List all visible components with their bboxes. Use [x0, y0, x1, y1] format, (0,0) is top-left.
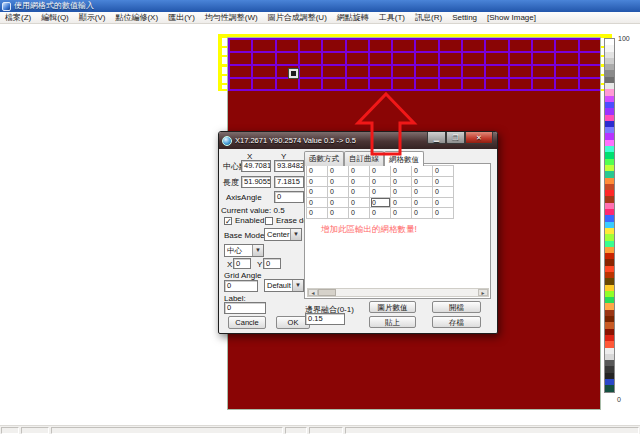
grid-cell[interactable]: 0	[370, 197, 391, 208]
grid-angle-field[interactable]: 0	[224, 280, 258, 292]
paste-button[interactable]: 貼上	[369, 316, 416, 328]
grid-cell[interactable]: 0	[307, 166, 328, 177]
grid-cell[interactable]: 0	[328, 208, 349, 219]
screen: 使用網格式的數值輸入 檔案(Z)編輯(Q)顯示(V)點位編修(X)匯出(Y)均勻…	[0, 0, 640, 434]
grid-cell[interactable]: 0	[349, 187, 370, 198]
grid-cell[interactable]: 0	[412, 208, 433, 219]
x-offset-field[interactable]: 0	[233, 258, 251, 269]
menu-item-11[interactable]: [Show Image]	[482, 12, 541, 23]
grid-cell[interactable]: 0	[370, 166, 391, 177]
tab-1[interactable]: 自訂曲線	[344, 151, 384, 166]
grid-cell[interactable]: 0	[370, 176, 391, 187]
grid-cell[interactable]: 0	[328, 166, 349, 177]
grid-angle-mode-select[interactable]: Default ▼	[264, 279, 304, 292]
grid-cell[interactable]: 0	[370, 187, 391, 198]
grid-cell[interactable]: 0	[307, 197, 328, 208]
menu-item-0[interactable]: 檔案(Z)	[0, 12, 36, 23]
palette-band	[605, 385, 614, 391]
grid-cell[interactable]: 0	[391, 176, 412, 187]
center-x-field[interactable]: 49.7081	[241, 160, 271, 172]
tab-0[interactable]: 函數方式	[304, 151, 344, 166]
grid-cell[interactable]: 0	[307, 187, 328, 198]
grid-cell[interactable]: 0	[328, 187, 349, 198]
grid-cell[interactable]: 0	[391, 187, 412, 198]
grid-cell[interactable]: 0	[412, 166, 433, 177]
grid-cell[interactable]: 0	[391, 197, 412, 208]
base-mode-select[interactable]: Center ▼	[264, 228, 302, 241]
maximize-icon[interactable]: ❐	[446, 132, 465, 144]
statusbar-panel	[1, 427, 19, 434]
grid-cell[interactable]: 0	[412, 197, 433, 208]
grid-cell[interactable]: 0	[349, 176, 370, 187]
menu-item-8[interactable]: 工具(T)	[374, 12, 410, 23]
anchor-select[interactable]: 中心 ▼	[224, 244, 264, 257]
image-values-button[interactable]: 圖片數值	[369, 301, 416, 313]
length-y-field[interactable]: 7.1815	[274, 176, 304, 188]
grid-cell[interactable]: 0	[349, 208, 370, 219]
grid-value-dialog: X17.2671 Y90.2574 Value 0.5 -> 0.5 ▁ ❐ ✕…	[218, 131, 498, 334]
grid-cell[interactable]: 0	[307, 176, 328, 187]
horizontal-scrollbar[interactable]: ◄ ►	[307, 288, 489, 297]
menu-item-6[interactable]: 圖片合成調整(U)	[263, 12, 332, 23]
minimize-icon[interactable]: ▁	[427, 132, 446, 144]
grid-cell[interactable]: 0	[328, 197, 349, 208]
center-y-field[interactable]: 93.8482	[274, 160, 304, 172]
grid-cell[interactable]: 0	[349, 197, 370, 208]
save-file-button[interactable]: 存檔	[432, 316, 481, 328]
checkbox-check-icon: ✓	[224, 217, 232, 225]
palette-max-label: 100	[618, 35, 630, 42]
grid-cell[interactable]: 0	[433, 176, 454, 187]
menu-item-10[interactable]: Setting	[447, 12, 482, 23]
grid-cell[interactable]: 0	[391, 166, 412, 177]
status-bar	[0, 425, 640, 434]
grid-cell[interactable]: 0	[433, 166, 454, 177]
dialog-icon	[222, 136, 232, 146]
tab-2[interactable]: 網格數值	[384, 151, 424, 166]
grid-cell[interactable]: 0	[328, 176, 349, 187]
blend-field[interactable]: 0.15	[305, 313, 345, 325]
scroll-left-icon[interactable]: ◄	[308, 289, 318, 296]
menu-item-9[interactable]: 訊息(R)	[410, 12, 447, 23]
axis-angle-label: AxisAngle	[226, 193, 262, 202]
chevron-down-icon: ▼	[252, 245, 263, 256]
menu-item-2[interactable]: 顯示(V)	[74, 12, 111, 23]
grid-cell[interactable]: 0	[412, 176, 433, 187]
table-row: 0000000	[307, 176, 454, 187]
grid-cell[interactable]: 0	[391, 208, 412, 219]
scroll-right-icon[interactable]: ►	[478, 289, 488, 296]
enabled-checkbox[interactable]: ✓ Enabled	[224, 216, 264, 225]
menu-item-1[interactable]: 編輯(Q)	[36, 12, 74, 23]
palette-min-label: 0	[617, 396, 621, 403]
grid-cell[interactable]: 0	[412, 187, 433, 198]
checkbox-empty-icon	[265, 217, 273, 225]
length-x-field[interactable]: 51.9055	[241, 176, 271, 188]
menu-item-7[interactable]: 網點旋轉	[332, 12, 374, 23]
color-palette	[604, 38, 615, 393]
grid-cell[interactable]: 0	[433, 197, 454, 208]
y-offset-field[interactable]: 0	[263, 258, 281, 269]
grid-cell[interactable]: 0	[370, 208, 391, 219]
table-row: 0000000	[307, 187, 454, 198]
chevron-down-icon: ▼	[290, 229, 301, 240]
scrollbar-thumb[interactable]	[318, 289, 336, 296]
menu-item-4[interactable]: 匯出(Y)	[163, 12, 200, 23]
statusbar-panel	[345, 427, 639, 434]
window-title: 使用網格式的數值輸入	[14, 0, 94, 12]
grid-values-table: 00000000000000000000000000000000000	[306, 165, 454, 219]
current-value-text: Current value: 0.5	[221, 206, 285, 215]
statusbar-panel	[285, 427, 307, 434]
open-file-button[interactable]: 開檔	[432, 301, 481, 313]
axis-angle-field[interactable]: 0	[274, 191, 304, 203]
statusbar-panel	[309, 427, 343, 434]
menu-bar: 檔案(Z)編輯(Q)顯示(V)點位編修(X)匯出(Y)均勻性調整(W)圖片合成調…	[0, 12, 640, 24]
enabled-label: Enabled	[235, 216, 264, 225]
menu-item-3[interactable]: 點位編修(X)	[110, 12, 163, 23]
label-field[interactable]: 0	[224, 302, 266, 314]
cancel-button[interactable]: Cancle	[228, 316, 266, 329]
grid-cell[interactable]: 0	[433, 187, 454, 198]
grid-cell[interactable]: 0	[307, 208, 328, 219]
grid-cell[interactable]: 0	[433, 208, 454, 219]
close-icon[interactable]: ✕	[465, 132, 493, 144]
grid-cell[interactable]: 0	[349, 166, 370, 177]
menu-item-5[interactable]: 均勻性調整(W)	[200, 12, 263, 23]
